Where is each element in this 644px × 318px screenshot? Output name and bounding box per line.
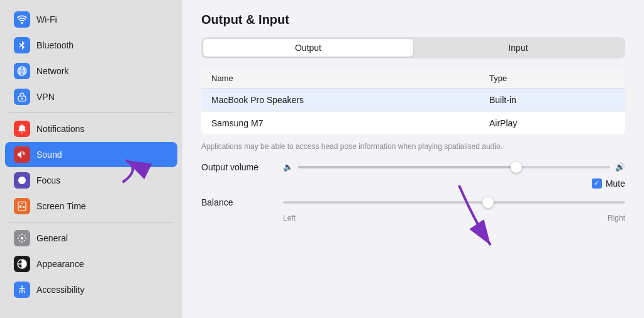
sidebar-item-general-label: General — [36, 233, 68, 243]
output-volume-thumb[interactable] — [511, 162, 522, 173]
sidebar-item-network[interactable]: Network — [5, 58, 177, 84]
general-icon — [14, 230, 30, 246]
sidebar-divider-1 — [9, 112, 174, 113]
sidebar: Wi-Fi Bluetooth Network — [0, 0, 182, 318]
col-header-name: Name — [211, 74, 489, 83]
output-table: Name Type MacBook Pro Speakers Built-in … — [201, 69, 625, 135]
sidebar-item-sound-label: Sound — [36, 150, 62, 160]
balance-thumb[interactable] — [482, 197, 494, 208]
sidebar-item-focus-label: Focus — [36, 175, 60, 185]
main-content: Output & Input Output Input Name Type Ma… — [182, 0, 644, 318]
output-input-tabs: Output Input — [201, 37, 625, 58]
sidebar-item-vpn[interactable]: VPN — [5, 84, 177, 109]
volume-high-icon: 🔊 — [615, 162, 625, 172]
row-1-type: AirPlay — [489, 118, 615, 128]
balance-labels: Left Right — [283, 214, 625, 222]
output-volume-slider-container: 🔈 🔊 — [283, 162, 625, 172]
svg-point-6 — [21, 98, 23, 100]
info-text: Applications may be able to access head … — [201, 141, 625, 152]
svg-point-13 — [21, 286, 23, 288]
svg-rect-10 — [23, 206, 25, 208]
sidebar-item-appearance[interactable]: Appearance — [5, 251, 177, 277]
row-0-type: Built-in — [489, 95, 615, 105]
svg-rect-9 — [19, 205, 21, 208]
output-volume-row: Output volume 🔈 🔊 — [201, 162, 625, 172]
focus-icon — [14, 172, 30, 189]
balance-row: Balance — [201, 197, 625, 207]
col-header-type: Type — [489, 74, 615, 83]
sidebar-divider-2 — [9, 222, 174, 222]
balance-label: Balance — [201, 197, 283, 207]
vpn-icon — [14, 89, 30, 105]
sidebar-item-vpn-label: VPN — [36, 92, 55, 102]
sidebar-item-bluetooth[interactable]: Bluetooth — [5, 33, 177, 58]
svg-rect-7 — [18, 202, 26, 211]
balance-slider-container — [283, 201, 625, 204]
sidebar-item-accessibility-label: Accessibility — [36, 285, 84, 295]
balance-right-label: Right — [608, 214, 625, 222]
sidebar-item-accessibility[interactable]: Accessibility — [5, 277, 177, 302]
sidebar-item-wifi-label: Wi-Fi — [36, 14, 57, 25]
mute-row: ✓ Mute — [201, 178, 625, 189]
balance-left-label: Left — [283, 214, 296, 222]
network-icon — [14, 63, 30, 79]
mute-checkbox[interactable]: ✓ — [592, 178, 602, 189]
sidebar-item-wifi[interactable]: Wi-Fi — [5, 7, 177, 32]
row-1-name: Samsung M7 — [211, 118, 489, 128]
svg-point-11 — [21, 237, 23, 239]
sidebar-item-notifications[interactable]: Notifications — [5, 116, 177, 141]
sidebar-item-network-label: Network — [36, 66, 69, 76]
screentime-icon — [14, 198, 30, 214]
sidebar-item-screentime[interactable]: Screen Time — [5, 194, 177, 219]
sidebar-item-screentime-label: Screen Time — [36, 201, 86, 211]
output-volume-fill — [298, 166, 516, 168]
sidebar-item-general[interactable]: General — [5, 226, 177, 251]
appearance-icon — [14, 256, 30, 272]
row-0-name: MacBook Pro Speakers — [211, 95, 489, 105]
table-header: Name Type — [201, 69, 625, 89]
sidebar-item-notifications-label: Notifications — [36, 124, 84, 134]
volume-low-icon: 🔈 — [283, 162, 293, 172]
sidebar-item-appearance-label: Appearance — [36, 259, 84, 269]
accessibility-icon — [14, 282, 30, 298]
notifications-icon — [14, 121, 30, 137]
balance-track[interactable] — [283, 201, 625, 204]
sidebar-item-sound[interactable]: Sound — [5, 142, 177, 167]
table-row-0[interactable]: MacBook Pro Speakers Built-in — [201, 89, 625, 112]
tab-output[interactable]: Output — [203, 39, 413, 57]
mute-label: Mute — [606, 178, 625, 189]
table-row-1[interactable]: Samsung M7 AirPlay — [201, 112, 625, 135]
sound-icon — [14, 146, 30, 163]
output-volume-label: Output volume — [201, 162, 283, 172]
tab-input[interactable]: Input — [413, 39, 623, 57]
sidebar-item-focus[interactable]: Focus — [5, 168, 177, 193]
output-volume-track[interactable] — [298, 166, 610, 168]
wifi-icon — [14, 11, 30, 28]
section-title: Output & Input — [201, 13, 625, 27]
sidebar-item-bluetooth-label: Bluetooth — [36, 40, 74, 50]
bluetooth-icon — [14, 37, 30, 53]
